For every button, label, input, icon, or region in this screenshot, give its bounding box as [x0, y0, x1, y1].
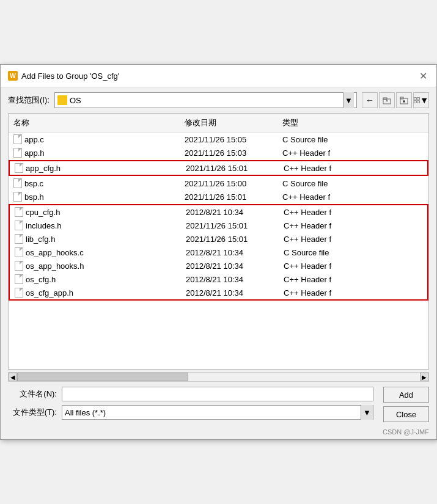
file-item[interactable]: app.c 2021/11/26 15:05 C Source file: [9, 133, 428, 146]
file-type: C++ Header f: [277, 192, 428, 202]
file-type: C Source file: [277, 179, 428, 188]
filetype-value: All files (*.*): [62, 408, 361, 417]
file-item[interactable]: os_cfg_app.h 2012/8/21 10:34 C++ Header …: [10, 286, 427, 299]
filetype-select[interactable]: All files (*.*) ▼: [62, 405, 373, 420]
filename-label: 文件名(N):: [8, 389, 57, 400]
file-icon: [15, 261, 23, 271]
file-date: 2021/11/26 15:05: [180, 135, 277, 144]
file-name-cell: bsp.c: [9, 178, 180, 188]
action-buttons: Add Close: [383, 387, 429, 422]
file-name-cell: os_cfg_app.h: [10, 288, 181, 298]
file-name: os_app_hooks.c: [26, 248, 84, 257]
toolbar: 查找范围(I): OS ▼ ←: [1, 87, 436, 113]
file-name: app.h: [24, 148, 45, 158]
file-item[interactable]: bsp.c 2021/11/26 15:00 C Source file: [9, 177, 428, 190]
file-icon: [15, 247, 23, 257]
add-files-dialog: W Add Files to Group 'OS_cfg' ✕ 查找范围(I):…: [0, 64, 437, 440]
left-form: 文件名(N): 文件类型(T): All files (*.*) ▼: [8, 387, 373, 420]
file-item[interactable]: includes.h 2021/11/26 15:01 C++ Header f: [10, 219, 427, 232]
file-icon: [15, 207, 23, 217]
header-date[interactable]: 修改日期: [180, 116, 277, 130]
close-button[interactable]: ✕: [417, 70, 429, 82]
bottom-section: 文件名(N): 文件类型(T): All files (*.*) ▼ Add C…: [1, 382, 436, 427]
file-date: 2012/8/21 10:34: [181, 261, 279, 271]
file-date: 2021/11/26 15:01: [181, 164, 279, 173]
file-item[interactable]: lib_cfg.h 2021/11/26 15:01 C++ Header f: [10, 232, 427, 246]
scroll-right-arrow[interactable]: ▶: [420, 373, 428, 381]
back-button[interactable]: ←: [362, 92, 378, 108]
file-date: 2021/11/26 15:00: [180, 179, 277, 188]
new-folder-button[interactable]: [396, 92, 412, 108]
file-icon: [13, 178, 22, 188]
scroll-left-arrow[interactable]: ◀: [9, 373, 17, 381]
watermark: CSDN @J-JMF: [1, 427, 436, 439]
folder-icon: [57, 95, 67, 105]
file-type: C++ Header f: [277, 148, 428, 158]
file-list-container[interactable]: 名称 修改日期 类型 app.c 2021/11/26 15:05 C Sour…: [8, 113, 429, 370]
file-icon: [13, 148, 22, 158]
app-icon: W: [8, 71, 18, 81]
file-name: os_app_hooks.h: [26, 261, 84, 271]
file-icon: [15, 221, 23, 230]
file-item[interactable]: os_app_hooks.c 2012/8/21 10:34 C Source …: [10, 246, 427, 259]
file-name: app.c: [24, 135, 44, 144]
file-date: 2012/8/21 10:34: [181, 208, 279, 217]
svg-rect-6: [414, 98, 417, 100]
header-type[interactable]: 类型: [277, 116, 428, 130]
horizontal-scrollbar[interactable]: ◀ ▶: [8, 372, 429, 382]
file-name-cell: app_cfg.h: [10, 163, 181, 173]
svg-rect-9: [417, 101, 420, 103]
up-folder-button[interactable]: [379, 92, 395, 108]
search-range-label: 查找范围(I):: [8, 95, 50, 106]
filename-input[interactable]: [62, 387, 373, 401]
header-name[interactable]: 名称: [9, 116, 180, 130]
file-name-cell: app.c: [9, 134, 180, 144]
file-name-cell: os_app_hooks.c: [10, 247, 181, 257]
filename-row: 文件名(N):: [8, 387, 373, 401]
file-item[interactable]: os_cfg.h 2012/8/21 10:34 C++ Header f: [10, 272, 427, 286]
highlight-group-1: app_cfg.h 2021/11/26 15:01 C++ Header f: [9, 160, 428, 176]
file-date: 2012/8/21 10:34: [181, 275, 279, 284]
file-type: C++ Header f: [279, 164, 427, 173]
svg-rect-7: [417, 98, 420, 100]
file-type: C Source file: [279, 248, 427, 257]
close-dialog-button[interactable]: Close: [383, 406, 429, 422]
folder-select[interactable]: OS ▼: [54, 92, 357, 108]
filetype-dropdown-arrow[interactable]: ▼: [361, 405, 373, 420]
folder-dropdown-arrow[interactable]: ▼: [343, 92, 354, 108]
file-name: os_cfg_app.h: [26, 288, 73, 298]
file-name-cell: app.h: [9, 148, 180, 158]
file-item[interactable]: bsp.h 2021/11/26 15:01 C++ Header f: [9, 190, 428, 203]
file-name: bsp.h: [24, 192, 44, 202]
file-name: lib_cfg.h: [26, 235, 55, 244]
file-item[interactable]: app.h 2021/11/26 15:03 C++ Header f: [9, 146, 428, 159]
file-list-header: 名称 修改日期 类型: [9, 114, 428, 133]
file-item[interactable]: app_cfg.h 2021/11/26 15:01 C++ Header f: [10, 161, 427, 175]
filetype-row: 文件类型(T): All files (*.*) ▼: [8, 405, 373, 420]
toolbar-buttons: ←: [362, 92, 429, 108]
add-button[interactable]: Add: [383, 387, 429, 403]
file-name-cell: cpu_cfg.h: [10, 207, 181, 217]
file-item[interactable]: cpu_cfg.h 2012/8/21 10:34 C++ Header f: [10, 205, 427, 219]
file-date: 2021/11/26 15:01: [181, 235, 279, 244]
file-type: C Source file: [277, 135, 428, 144]
file-type: C++ Header f: [279, 208, 427, 217]
file-icon: [15, 288, 23, 298]
file-type: C++ Header f: [279, 261, 427, 271]
file-name-cell: lib_cfg.h: [10, 234, 181, 244]
file-name: app_cfg.h: [26, 164, 61, 173]
svg-rect-8: [414, 101, 417, 103]
file-type: C++ Header f: [279, 275, 427, 284]
folder-name: OS: [70, 96, 340, 105]
file-date: 2021/11/26 15:01: [180, 192, 277, 202]
view-button[interactable]: ▼: [413, 92, 429, 108]
file-date: 2021/11/26 15:03: [180, 148, 277, 158]
file-name-cell: includes.h: [10, 221, 181, 230]
file-name-cell: os_app_hooks.h: [10, 261, 181, 271]
file-icon: [15, 234, 23, 244]
highlight-group-2: cpu_cfg.h 2012/8/21 10:34 C++ Header f i…: [9, 204, 428, 301]
file-icon: [13, 134, 22, 144]
scrollbar-thumb[interactable]: [17, 373, 188, 381]
file-item[interactable]: os_app_hooks.h 2012/8/21 10:34 C++ Heade…: [10, 259, 427, 272]
title-bar-left: W Add Files to Group 'OS_cfg': [8, 71, 119, 81]
